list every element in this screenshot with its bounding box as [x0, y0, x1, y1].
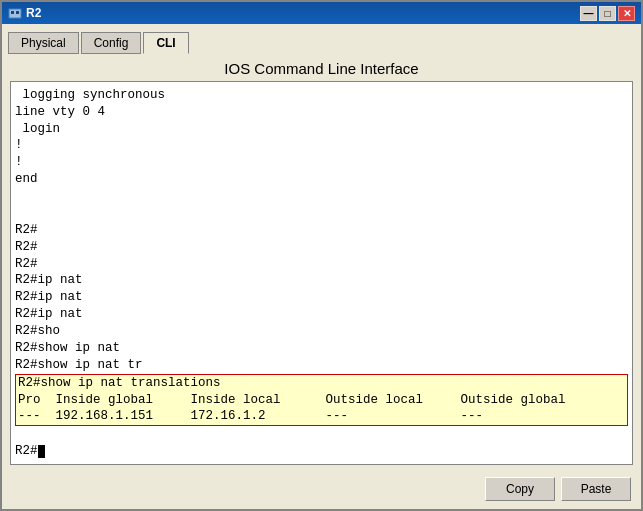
svg-rect-0: [9, 9, 21, 18]
terminal-line: R2#show ip nat: [15, 340, 628, 357]
bottom-bar: Copy Paste: [2, 473, 641, 509]
terminal-line: R2#ip nat: [15, 306, 628, 323]
terminal-line: R2#: [15, 256, 628, 273]
terminal-line: [15, 188, 628, 205]
title-bar: R2 — □ ✕: [2, 2, 641, 24]
title-controls: — □ ✕: [580, 6, 635, 21]
terminal-line: R2#: [15, 239, 628, 256]
terminal-line: line vty 0 4: [15, 104, 628, 121]
terminal-line: R2#show ip nat tr: [15, 357, 628, 374]
tab-cli[interactable]: CLI: [143, 32, 188, 54]
svg-rect-1: [11, 11, 14, 14]
terminal-line-highlight: R2#show ip nat translations Pro Inside g…: [15, 374, 628, 427]
terminal-line: logging synchronous: [15, 87, 628, 104]
copy-button[interactable]: Copy: [485, 477, 555, 501]
paste-button[interactable]: Paste: [561, 477, 631, 501]
main-window: R2 — □ ✕ Physical Config CLI IOS Command…: [0, 0, 643, 511]
window-icon: [8, 6, 22, 20]
terminal-line: !: [15, 137, 628, 154]
window-title: R2: [26, 6, 41, 20]
tab-bar: Physical Config CLI: [2, 24, 641, 54]
svg-rect-2: [16, 11, 19, 14]
terminal-line: R2#ip nat: [15, 272, 628, 289]
terminal-line: R2#sho: [15, 323, 628, 340]
title-bar-left: R2: [8, 6, 41, 20]
close-button[interactable]: ✕: [618, 6, 635, 21]
terminal-line: [15, 205, 628, 222]
terminal-line: end: [15, 171, 628, 188]
tab-physical[interactable]: Physical: [8, 32, 79, 54]
maximize-button[interactable]: □: [599, 6, 616, 21]
terminal-container: line con 0 exec-timeout 0 0 logging sync…: [10, 81, 633, 465]
terminal-prompt-line: R2#: [15, 443, 628, 460]
tab-config[interactable]: Config: [81, 32, 142, 54]
terminal-line: login: [15, 121, 628, 138]
page-title: IOS Command Line Interface: [2, 54, 641, 81]
terminal-line: !: [15, 154, 628, 171]
terminal-line: R2#: [15, 222, 628, 239]
minimize-button[interactable]: —: [580, 6, 597, 21]
terminal-output[interactable]: line con 0 exec-timeout 0 0 logging sync…: [11, 82, 632, 464]
terminal-line: R2#ip nat: [15, 289, 628, 306]
cursor: [38, 445, 45, 458]
